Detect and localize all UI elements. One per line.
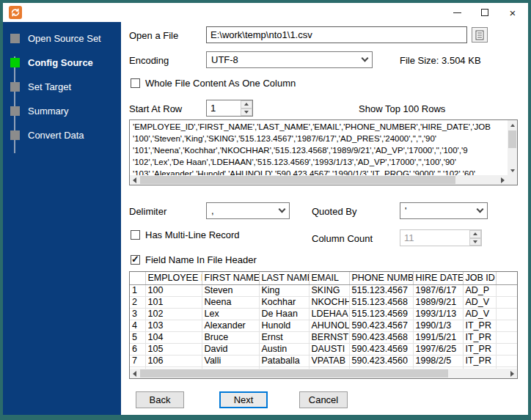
- grid-cell[interactable]: Hunold: [259, 320, 309, 331]
- grid-cell[interactable]: 515.123.4568: [349, 296, 413, 308]
- grid-cell[interactable]: AD_V: [463, 308, 496, 320]
- grid-cell[interactable]: Steven: [202, 284, 259, 296]
- close-button[interactable]: ×: [499, 3, 527, 22]
- grid-cell[interactable]: Kochhar: [259, 296, 309, 308]
- titlebar[interactable]: ×: [3, 3, 528, 22]
- grid-cell[interactable]: 1997/6/25: [413, 343, 463, 355]
- grid-cell[interactable]: [496, 308, 517, 320]
- grid-cell[interactable]: 1998/2/5: [413, 355, 463, 366]
- grid-cell[interactable]: Pataballa: [259, 355, 309, 366]
- grid-cell[interactable]: Austin: [259, 343, 309, 355]
- preview-vertical-scrollbar[interactable]: [508, 120, 517, 175]
- grid-horizontal-scrollbar[interactable]: [130, 369, 517, 378]
- grid-cell[interactable]: 590.423.4567: [349, 320, 413, 331]
- grid-cell[interactable]: David: [202, 343, 259, 355]
- grid-cell[interactable]: 590.423.4568: [349, 331, 413, 343]
- grid-cell[interactable]: IT_PR: [463, 320, 496, 331]
- column-header[interactable]: PHONE NUMBER: [349, 272, 413, 284]
- grid-cell[interactable]: [496, 284, 517, 296]
- grid-cell[interactable]: AD_P: [463, 284, 496, 296]
- grid-cell[interactable]: 105: [145, 343, 202, 355]
- grid-cell[interactable]: AHUNOL: [309, 320, 349, 331]
- scrollbar-thumb[interactable]: [508, 130, 516, 148]
- scroll-right-icon[interactable]: [498, 175, 508, 185]
- grid-cell[interactable]: 101: [145, 296, 202, 308]
- grid-cell[interactable]: LDEHAA: [309, 308, 349, 320]
- grid-cell[interactable]: King: [259, 284, 309, 296]
- scroll-left-icon[interactable]: [130, 175, 139, 185]
- multi-line-checkbox[interactable]: Has Multi-Line Record: [131, 229, 240, 240]
- grid-cell[interactable]: 1993/1/13: [413, 308, 463, 320]
- grid-viewport[interactable]: EMPLOYEE IDFIRST NAMELAST NAMEEMAILPHONE…: [130, 272, 517, 369]
- table-row[interactable]: 2101NeenaKochharNKOCHH515.123.45681989/9…: [130, 296, 517, 308]
- grid-cell[interactable]: [496, 331, 517, 343]
- table-row[interactable]: 3102LexDe HaanLDEHAA515.123.45691993/1/1…: [130, 308, 517, 320]
- grid-cell[interactable]: 106: [145, 355, 202, 366]
- grid-cell[interactable]: IT_PR: [463, 355, 496, 366]
- delimiter-select[interactable]: ,: [206, 202, 290, 219]
- column-header[interactable]: FIRST NAME: [202, 272, 259, 284]
- grid-cell[interactable]: 1987/6/17: [413, 284, 463, 296]
- wizard-step-convert-data[interactable]: Convert Data: [10, 129, 84, 141]
- table-row[interactable]: 4103AlexanderHunoldAHUNOL590.423.4567199…: [130, 320, 517, 331]
- browse-button[interactable]: [472, 27, 488, 43]
- quoted-by-select[interactable]: ': [400, 202, 488, 219]
- scroll-up-icon[interactable]: [508, 120, 517, 130]
- grid-cell[interactable]: DAUSTI: [309, 343, 349, 355]
- grid-cell[interactable]: VPATAB: [309, 355, 349, 366]
- grid-cell[interactable]: Ernst: [259, 331, 309, 343]
- grid-cell[interactable]: [496, 343, 517, 355]
- wizard-step-summary[interactable]: Summary: [10, 105, 69, 117]
- table-row[interactable]: 5104BruceErnstBERNST590.423.45681991/5/2…: [130, 331, 517, 343]
- grid-cell[interactable]: Bruce: [202, 331, 259, 343]
- table-row[interactable]: 1100StevenKingSKING515.123.45671987/6/17…: [130, 284, 517, 296]
- column-header[interactable]: [496, 272, 517, 284]
- grid-cell[interactable]: [496, 320, 517, 331]
- column-header[interactable]: JOB ID: [463, 272, 496, 284]
- grid-cell[interactable]: 515.123.4567: [349, 284, 413, 296]
- encoding-select[interactable]: UTF-8: [206, 51, 373, 68]
- column-header[interactable]: EMPLOYEE ID: [145, 272, 202, 284]
- column-header[interactable]: [130, 272, 145, 284]
- grid-cell[interactable]: 1991/5/21: [413, 331, 463, 343]
- row-number-cell[interactable]: 3: [130, 308, 145, 320]
- scrollbar-thumb[interactable]: [140, 369, 448, 377]
- grid-cell[interactable]: 1989/9/21: [413, 296, 463, 308]
- row-number-cell[interactable]: 7: [130, 355, 145, 366]
- grid-cell[interactable]: Valli: [202, 355, 259, 366]
- row-number-cell[interactable]: 6: [130, 343, 145, 355]
- spinner-up-button[interactable]: [241, 100, 252, 108]
- preview-horizontal-scrollbar[interactable]: [130, 175, 508, 185]
- column-header[interactable]: EMAIL: [309, 272, 349, 284]
- row-number-cell[interactable]: 5: [130, 331, 145, 343]
- grid-cell[interactable]: 1990/1/3: [413, 320, 463, 331]
- cancel-button[interactable]: Cancel: [299, 391, 348, 408]
- wizard-step-config-source[interactable]: Config Source: [10, 56, 93, 68]
- grid-cell[interactable]: 103: [145, 320, 202, 331]
- scroll-down-icon[interactable]: [508, 166, 517, 175]
- grid-cell[interactable]: BERNST: [309, 331, 349, 343]
- start-at-row-stepper[interactable]: 1: [206, 100, 253, 117]
- row-number-cell[interactable]: 2: [130, 296, 145, 308]
- scroll-left-icon[interactable]: [130, 369, 139, 378]
- file-path-input[interactable]: [206, 26, 467, 43]
- grid-cell[interactable]: IT_PR: [463, 331, 496, 343]
- spinner-down-button[interactable]: [241, 108, 252, 117]
- grid-cell[interactable]: 104: [145, 331, 202, 343]
- table-row[interactable]: 6105DavidAustinDAUSTI590.423.45691997/6/…: [130, 343, 517, 355]
- back-button[interactable]: Back: [136, 391, 184, 408]
- row-number-cell[interactable]: 4: [130, 320, 145, 331]
- grid-cell[interactable]: 102: [145, 308, 202, 320]
- row-number-cell[interactable]: 1: [130, 284, 145, 296]
- grid-cell[interactable]: SKING: [309, 284, 349, 296]
- grid-cell[interactable]: 100: [145, 284, 202, 296]
- grid-cell[interactable]: Neena: [202, 296, 259, 308]
- minimize-button[interactable]: [443, 3, 471, 22]
- table-row[interactable]: 7106ValliPataballaVPATAB590.423.45601998…: [130, 355, 517, 366]
- grid-cell[interactable]: AD_V: [463, 296, 496, 308]
- grid-cell[interactable]: Lex: [202, 308, 259, 320]
- wizard-step-open-source-set[interactable]: Open Source Set: [10, 32, 101, 44]
- grid-cell[interactable]: NKOCHH: [309, 296, 349, 308]
- grid-cell[interactable]: 515.123.4569: [349, 308, 413, 320]
- grid-cell[interactable]: Alexander: [202, 320, 259, 331]
